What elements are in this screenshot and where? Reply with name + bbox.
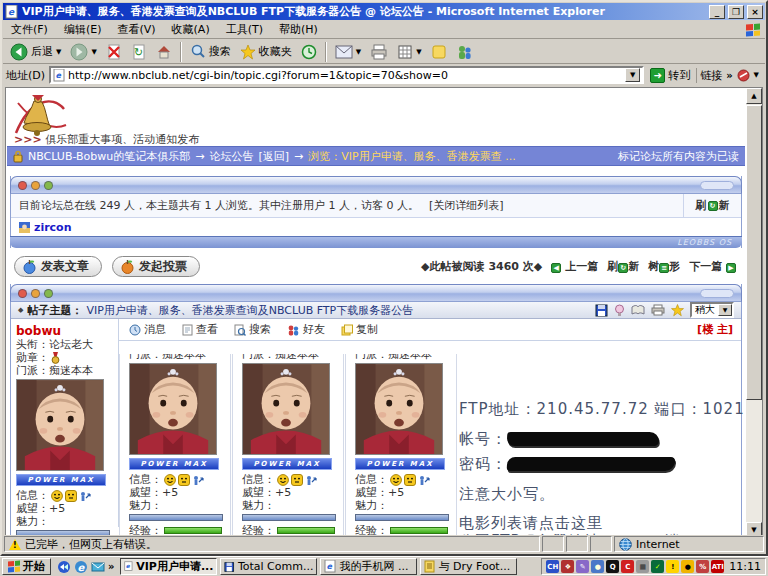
- quick-launch-mail-icon[interactable]: [91, 560, 105, 574]
- movie-list-link[interactable]: 电影列表请点击这里: [459, 514, 603, 533]
- forward-button[interactable]: ▼: [66, 41, 100, 63]
- home-button[interactable]: [152, 41, 176, 63]
- volume-tool-tray-icon[interactable]: %: [696, 560, 709, 573]
- mail-dropdown[interactable]: ▼: [356, 48, 361, 56]
- menu-favorites[interactable]: 收藏(A): [172, 22, 210, 37]
- emote-icon[interactable]: [404, 474, 416, 486]
- minimize-button[interactable]: _: [709, 5, 725, 19]
- tree-view-link[interactable]: 树≡形: [648, 259, 680, 274]
- address-input[interactable]: e http://www.nbclub.net/cgi-bin/topic.cg…: [49, 66, 644, 84]
- links-chevron[interactable]: »: [726, 70, 732, 81]
- back-dropdown[interactable]: ▼: [56, 48, 61, 56]
- breadcrumb-forum[interactable]: 论坛公告: [209, 149, 253, 164]
- mail-button[interactable]: ▼: [331, 41, 365, 63]
- history-button[interactable]: [297, 41, 321, 63]
- stop-button[interactable]: [102, 41, 126, 63]
- sect-line-clipped: 门派：痴迷本本: [242, 354, 336, 361]
- smiley-icon[interactable]: [277, 474, 289, 486]
- links-area[interactable]: 链接 » ▼: [696, 68, 762, 83]
- user-status-tray-icon[interactable]: ●: [591, 560, 604, 573]
- smiley-icon[interactable]: [51, 490, 63, 502]
- lamp-idea-icon[interactable]: [614, 304, 625, 317]
- task-button-mobile-site[interactable]: e 我的手机网 ...: [320, 558, 417, 575]
- friend-button[interactable]: 好友: [287, 322, 325, 337]
- book-icon[interactable]: [631, 305, 645, 316]
- ati-display-tray-icon[interactable]: ATI: [711, 560, 724, 573]
- new-poll-button[interactable]: 发起投票: [112, 256, 200, 277]
- next-thread-link[interactable]: 下一篇 ▶: [689, 259, 736, 274]
- menu-tools[interactable]: 工具(T): [226, 22, 263, 37]
- edit-button[interactable]: ▼: [393, 41, 425, 63]
- address-bar: 地址(D) e http://www.nbclub.net/cgi-bin/to…: [3, 65, 765, 85]
- taskbar-clock[interactable]: 11:11: [729, 560, 761, 573]
- vertical-scrollbar[interactable]: ▲ ▼: [746, 88, 762, 538]
- online-user-link[interactable]: zircon: [34, 221, 72, 234]
- message-button[interactable]: 消息: [129, 322, 166, 337]
- mark-all-read-link[interactable]: 标记论坛所有内容为已读: [618, 149, 739, 164]
- refresh-link[interactable]: 刷 ↻ 新: [683, 194, 741, 217]
- pen-tool-tray-icon[interactable]: ✎: [576, 560, 589, 573]
- menu-edit[interactable]: 编辑(E): [64, 22, 102, 37]
- breadcrumb-back-link[interactable]: [返回]: [258, 149, 289, 164]
- edit-dropdown[interactable]: ▼: [416, 48, 421, 56]
- toolbar-separator: [325, 42, 327, 62]
- search-post-button[interactable]: 搜索: [234, 322, 271, 337]
- quick-launch-ie-icon[interactable]: e: [74, 560, 88, 574]
- smiley-icon[interactable]: [390, 474, 402, 486]
- scroll-up-button[interactable]: ▲: [746, 88, 762, 104]
- network-monitor-tray-icon[interactable]: ✓: [651, 560, 664, 573]
- stat-charm: 魅力：: [355, 499, 449, 512]
- forward-dropdown[interactable]: ▼: [91, 48, 96, 56]
- system-tool-tray-icon[interactable]: ▦: [636, 560, 649, 573]
- quick-launch-more[interactable]: »: [108, 561, 114, 572]
- emote-icon[interactable]: [65, 490, 77, 502]
- antivirus-bee-tray-icon[interactable]: ●: [681, 560, 694, 573]
- task-button-vip[interactable]: e VIP用户申请...: [120, 558, 217, 575]
- user-panel: 门派：痴迷本本 POWER MAX 信息： 威望：+5 魅力：: [119, 354, 231, 538]
- scroll-thumb[interactable]: [746, 105, 762, 400]
- emote-icon[interactable]: [178, 474, 190, 486]
- favorite-star-icon[interactable]: [671, 304, 684, 317]
- refresh-thread-link[interactable]: 刷↻新: [607, 259, 639, 274]
- post-main-region: 消息 查看 搜索 好友: [119, 319, 741, 527]
- start-button[interactable]: 开始: [2, 558, 51, 575]
- close-button[interactable]: ×: [747, 5, 763, 19]
- refresh-button[interactable]: ↻: [127, 41, 151, 63]
- print-icon[interactable]: [651, 304, 665, 316]
- task-button-total-commander[interactable]: Total Comm...: [220, 558, 317, 575]
- mail-client-tray-icon[interactable]: C: [621, 560, 634, 573]
- save-icon[interactable]: [595, 304, 608, 317]
- author-name-link[interactable]: bobwu: [16, 325, 114, 338]
- address-dropdown[interactable]: ▼: [625, 68, 640, 82]
- power-max-badge: POWER MAX: [355, 458, 445, 470]
- menu-file[interactable]: 文件(F): [11, 22, 48, 37]
- maximize-button[interactable]: ❐: [728, 5, 744, 19]
- quick-launch-icon-1[interactable]: [57, 560, 71, 574]
- favorites-button[interactable]: 收藏夹: [236, 41, 296, 63]
- smiley-icon[interactable]: [164, 474, 176, 486]
- links-dropdown[interactable]: ▼: [754, 71, 759, 79]
- back-button[interactable]: 后退▼: [6, 41, 65, 63]
- prev-thread-link[interactable]: ◀ 上一篇: [551, 259, 598, 274]
- menu-view[interactable]: 查看(V): [117, 22, 155, 37]
- security-zone-cell: Internet: [614, 536, 764, 552]
- new-post-button[interactable]: 发表文章: [14, 256, 102, 277]
- breadcrumb-club[interactable]: NBCLUB-Bobwu的笔记本俱乐部: [28, 149, 190, 164]
- task-button-notepad[interactable]: 与 Dry Foot...: [420, 558, 517, 575]
- qq-messenger-tray-icon[interactable]: Q: [606, 560, 619, 573]
- copy-button[interactable]: 复制: [341, 322, 378, 337]
- search-button[interactable]: 搜索: [186, 41, 235, 63]
- input-method-ch-tray-icon[interactable]: CH: [546, 560, 559, 573]
- menu-help[interactable]: 帮助(H): [279, 22, 318, 37]
- stat-prestige: 威望：+5: [16, 502, 114, 515]
- view-button[interactable]: 查看: [182, 322, 218, 337]
- messenger-button[interactable]: [452, 41, 478, 63]
- print-button[interactable]: [366, 41, 392, 63]
- go-button[interactable]: ➜ 转到: [648, 68, 692, 83]
- font-size-select[interactable]: 稍大 ▼: [690, 302, 734, 318]
- security-warning-tray-icon[interactable]: !: [666, 560, 679, 573]
- close-detail-list-link[interactable]: [关闭详细列表]: [429, 198, 504, 213]
- graphics-tool-tray-icon[interactable]: ❖: [561, 560, 574, 573]
- emote-icon[interactable]: [291, 474, 303, 486]
- notes-button[interactable]: [427, 41, 451, 63]
